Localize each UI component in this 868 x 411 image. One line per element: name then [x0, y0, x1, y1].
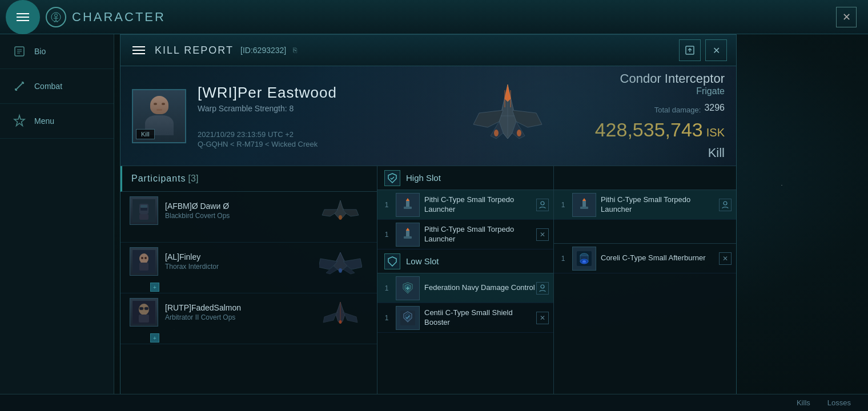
participant-2-main[interactable]: [AL]Finley Thorax Interdictor: [120, 243, 377, 293]
export-button[interactable]: [679, 39, 701, 61]
participant-3-info: [RUTP]FadedSalmon Arbitrator II Covert O…: [165, 303, 313, 321]
participant-row-3: [RUTP]FadedSalmon Arbitrator II Covert O…: [120, 293, 377, 344]
module-2-qty: 1: [382, 231, 391, 239]
svg-rect-84: [580, 207, 588, 209]
panel-close-icon: ✕: [713, 45, 720, 56]
bio-icon: [11, 43, 27, 59]
svg-rect-34: [139, 214, 148, 220]
copy-icon[interactable]: ⎘: [293, 46, 297, 54]
svg-marker-58: [343, 312, 357, 323]
participant-row-2: [AL]Finley Thorax Interdictor: [120, 243, 377, 293]
participant-1-main[interactable]: [AFBM]Ø Dawи Ø Blackbird Covert Ops: [120, 192, 377, 243]
participant-3-ship: Arbitrator II Covert Ops: [165, 313, 313, 321]
participant-1-ship-img: [318, 196, 363, 225]
svg-point-1: [55, 14, 58, 17]
participant-3-face: [132, 301, 155, 324]
right-module-1-action[interactable]: [719, 199, 732, 211]
right-low-module-1-action[interactable]: ✕: [719, 252, 732, 265]
arbitrator-svg: [319, 300, 362, 325]
participant-3-main[interactable]: [RUTP]FadedSalmon Arbitrator II Covert O…: [120, 293, 377, 344]
right-module-1-icon: [572, 193, 596, 217]
kill-badge: Kill: [136, 129, 155, 139]
participant-2-ship-img: [318, 247, 363, 276]
sidebar-item-combat[interactable]: Combat: [0, 69, 114, 104]
nav-logo: [46, 7, 66, 27]
svg-point-24: [494, 130, 499, 136]
module-1-icon: [396, 193, 420, 217]
panel-menu-button[interactable]: [130, 41, 148, 59]
svg-rect-65: [404, 207, 412, 209]
right-low-module-1-name: Coreli C-Type Small Afterburner: [601, 253, 719, 263]
panel-id: [ID:6293232]: [240, 46, 286, 55]
low-module-1-action[interactable]: [536, 282, 549, 295]
sidebar-item-menu[interactable]: Menu: [0, 104, 114, 139]
app-title: CHARACTER: [72, 10, 166, 25]
low-shield-icon: [388, 256, 397, 267]
panel-title: KILL REPORT: [155, 45, 234, 57]
sidebar-bio-label: Bio: [34, 47, 46, 56]
torpedo-launcher-2-icon: [399, 226, 416, 243]
right-module-1-qty: 1: [558, 201, 568, 209]
participant-2-face: [132, 250, 155, 273]
bottom-section: Participants [3]: [120, 166, 736, 410]
participant-2-plus-icon[interactable]: +: [150, 283, 159, 292]
low-module-2-qty: 1: [382, 314, 391, 322]
module-1-action[interactable]: [536, 199, 549, 211]
export-icon: [685, 45, 695, 55]
top-nav: CHARACTER ✕: [0, 0, 868, 34]
panel-close-button[interactable]: ✕: [705, 39, 727, 61]
svg-rect-70: [404, 236, 412, 239]
sidebar-combat-label: Combat: [34, 82, 62, 91]
svg-point-25: [517, 130, 521, 136]
low-module-2-name: Centii C-Type Small Shield Booster: [424, 308, 536, 328]
low-slot-module-2[interactable]: 1 Centii C-Type Small Shield Booster ✕: [377, 303, 553, 333]
right-module-1-name: Pithi C-Type Small Torpedo Launcher: [601, 195, 719, 215]
nav-menu-button[interactable]: [6, 0, 40, 34]
right-high-slot-spacer: [554, 166, 736, 190]
module-2-icon: [396, 223, 420, 247]
high-slot-module-1[interactable]: 1 Pithi C-Type Small Torpedo Launcher: [377, 190, 553, 220]
participant-3-plus-icon[interactable]: +: [150, 333, 159, 342]
sidebar-item-bio[interactable]: Bio: [0, 34, 114, 69]
high-slot-module-2[interactable]: 1 Pithi C-Type Small Torpedo Launcher ✕: [377, 220, 553, 249]
svg-marker-57: [323, 312, 338, 323]
svg-rect-33: [140, 205, 147, 208]
low-slot-module-1[interactable]: 1 Federation Navy Damage Control: [377, 273, 553, 303]
combat-icon: [11, 78, 27, 94]
afterburner-icon: [576, 250, 593, 267]
right-low-module-1[interactable]: 1 Coreli C-Type Small: [554, 244, 736, 273]
svg-point-49: [339, 268, 342, 273]
blackbird-svg: [319, 198, 362, 224]
participants-header: Participants [3]: [120, 166, 377, 192]
svg-marker-15: [14, 115, 25, 126]
right-low-module-1-qty: 1: [558, 255, 568, 263]
participant-2-info: [AL]Finley Thorax Interdictor: [165, 252, 313, 271]
torpedo-launcher-icon: [399, 196, 416, 213]
module-2-action[interactable]: ✕: [536, 228, 549, 241]
torpedo-launcher-3-icon: [576, 196, 593, 213]
right-low-module-1-close-icon: ✕: [722, 255, 728, 263]
right-high-module-1[interactable]: 1 Pithi C-Type Small Torpedo Launcher: [554, 190, 736, 220]
participants-panel: Participants [3]: [120, 166, 377, 410]
svg-rect-41: [139, 263, 148, 271]
right-low-module-1-icon: [572, 247, 596, 271]
low-module-2-close-icon: ✕: [540, 314, 545, 322]
modules-right-panel: 1 Pithi C-Type Small Torpedo Launcher: [553, 166, 736, 410]
participant-1-avatar: [130, 196, 158, 225]
app-close-button[interactable]: ✕: [836, 7, 857, 27]
svg-marker-71: [388, 257, 396, 266]
low-module-1-qty: 1: [382, 284, 391, 292]
modules-left-panel: High Slot 1 Pithi C-Type Small Torpedo L…: [377, 166, 553, 410]
person-3-icon: [722, 201, 729, 209]
losses-nav-item[interactable]: Losses: [827, 398, 851, 407]
svg-rect-53: [144, 307, 148, 310]
low-module-1-icon: [396, 276, 420, 300]
participant-2-avatar: [130, 247, 158, 276]
participant-2-name: [AL]Finley: [165, 252, 313, 261]
module-2-close-icon: ✕: [540, 231, 545, 239]
high-slot-title: High Slot: [406, 173, 441, 183]
low-module-2-action[interactable]: ✕: [536, 312, 549, 324]
hero-section: Kill [WRI]Per Eastwood Warp Scramble Str…: [120, 66, 736, 166]
kills-nav-item[interactable]: Kills: [797, 398, 810, 407]
module-1-qty: 1: [382, 201, 391, 209]
